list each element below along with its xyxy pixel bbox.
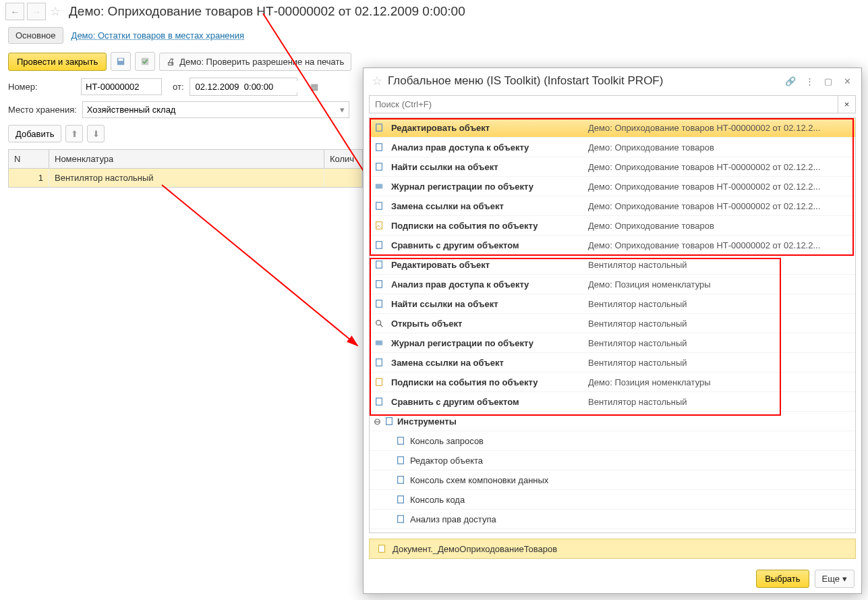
svg-rect-24 [398,476,404,484]
menu-item[interactable]: Редактировать объект Вентилятор настольн… [370,255,855,275]
collapse-icon[interactable]: ⊖ [374,416,381,427]
menu-desc: Вентилятор настольный [588,358,687,368]
col-nomenclature[interactable]: Номенклатура [49,150,324,168]
tab-link-stock[interactable]: Демо: Остатки товаров в местах хранения [71,30,245,40]
menu-label: Сравнить с другим объектом [388,240,584,250]
post-close-button[interactable]: Провести и закрыть [8,53,107,71]
dropdown-icon[interactable]: ▾ [340,105,345,115]
items-table: N Номенклатура Колич 1 Вентилятор настол… [8,149,363,188]
svg-rect-12 [376,261,382,269]
cell-qty [324,169,362,187]
popup-star-icon[interactable]: ☆ [372,74,382,88]
menu-desc: Вентилятор настольный [588,319,687,329]
post-button[interactable] [135,52,155,71]
check-print-label: Демо: Проверить разрешение на печать [179,57,344,67]
svg-rect-22 [398,437,404,445]
menu-label: Найти ссылки на объект [388,299,584,309]
select-button[interactable]: Выбрать [756,570,809,588]
menu-list: Редактировать объект Демо: Оприходование… [369,117,856,533]
menu-item[interactable]: Открыть объект Вентилятор настольный [370,314,855,333]
doc-icon [374,240,384,250]
search-icon [374,318,384,329]
favorite-star-icon[interactable]: ☆ [50,4,61,19]
svg-rect-11 [376,242,382,249]
back-button[interactable]: ← [5,3,24,20]
svg-rect-19 [376,379,382,386]
close-icon[interactable]: ✕ [840,74,855,88]
move-up-button[interactable]: ⬆ [65,125,83,142]
folder-icon [384,416,395,427]
tool-item[interactable]: Консоль схем компоновки данных [370,470,855,490]
doc-icon [395,514,406,524]
menu-item[interactable]: Анализ прав доступа к объекту Демо: Опри… [370,138,855,157]
storage-input[interactable] [82,101,349,118]
tools-group[interactable]: ⊖ Инструменты [370,412,855,431]
calendar-icon[interactable]: ▦ [310,82,318,92]
menu-item[interactable]: Замена ссылки на объект Демо: Оприходова… [370,196,855,216]
menu-desc: Демо: Оприходование товаров [588,142,714,153]
table-row[interactable]: 1 Вентилятор настольный [9,169,362,187]
menu-label: Журнал регистрации по объекту [388,338,584,348]
tool-item[interactable]: Редактор объекта [370,451,855,470]
tool-item[interactable]: Консоль запросов [370,431,855,451]
menu-item[interactable]: Журнал регистрации по объекту Вентилятор… [370,333,855,353]
menu-item[interactable]: Журнал регистрации по объекту Демо: Опри… [370,177,855,196]
svg-rect-13 [376,281,382,288]
col-qty[interactable]: Колич [324,150,362,168]
svg-rect-1 [119,59,123,61]
tool-item[interactable]: Консоль кода [370,490,855,510]
date-input[interactable] [194,81,310,92]
tab-main[interactable]: Основное [8,27,63,44]
move-down-button[interactable]: ⬇ [87,125,105,142]
tool-item[interactable]: Анализ прав доступа [370,510,855,529]
cell-nomenclature: Вентилятор настольный [49,169,324,187]
footer-text: Документ._ДемоОприходованиеТоваров [393,544,557,554]
menu-item[interactable]: Анализ прав доступа к объекту Демо: Пози… [370,275,855,294]
menu-item[interactable]: Сравнить с другим объектом Демо: Оприход… [370,236,855,255]
save-button[interactable] [111,52,131,71]
menu-label: Редактировать объект [388,123,584,133]
date-input-wrap[interactable]: ▦ [190,78,297,96]
doc-icon [374,279,384,290]
add-row-button[interactable]: Добавить [8,125,61,142]
menu-desc: Демо: Оприходование товаров НТ-00000002 … [588,182,820,192]
col-n[interactable]: N [9,150,49,168]
popup-title: Глобальное меню (IS Toolkit) (Infostart … [388,74,779,88]
tool-label: Редактор объекта [410,456,483,466]
number-input[interactable] [81,78,162,95]
svg-rect-20 [376,398,382,406]
menu-label: Замена ссылки на объект [388,201,584,211]
more-button[interactable]: Еще ▾ [815,570,855,588]
clear-search-button[interactable]: × [838,95,856,113]
forward-button[interactable]: → [27,3,46,20]
menu-label: Подписки на события по объекту [388,377,584,387]
doc-icon [374,259,384,270]
footer-info-bar: Документ._ДемоОприходованиеТоваров [369,539,856,559]
doc-icon [374,161,384,172]
menu-item[interactable]: Редактировать объект Демо: Оприходование… [370,118,855,138]
menu-item[interactable]: Замена ссылки на объект Вентилятор насто… [370,353,855,373]
doc-icon [374,122,384,133]
check-print-button[interactable]: 🖨 Демо: Проверить разрешение на печать [159,53,351,71]
more-icon[interactable]: ⋮ [802,74,817,88]
doc-icon [374,200,384,211]
menu-label: Журнал регистрации по объекту [388,182,584,192]
log-icon [374,181,384,192]
menu-label: Найти ссылки на объект [388,162,584,172]
maximize-icon[interactable]: ▢ [821,74,836,88]
link-icon[interactable]: 🔗 [783,74,798,88]
menu-desc: Демо: Позиция номенклатуры [588,279,711,290]
menu-item[interactable]: Найти ссылки на объект Вентилятор настол… [370,294,855,314]
svg-rect-18 [376,359,382,366]
search-input[interactable] [369,95,838,113]
menu-item[interactable]: Найти ссылки на объект Демо: Оприходован… [370,157,855,177]
svg-rect-21 [386,418,393,425]
menu-item[interactable]: Подписки на события по объекту Демо: Опр… [370,216,855,236]
svg-rect-26 [398,516,404,523]
doc-icon [374,396,384,407]
more-label: Еще [822,574,840,584]
menu-item[interactable]: Подписки на события по объекту Демо: Поз… [370,373,855,392]
menu-label: Анализ прав доступа к объекту [388,279,584,290]
menu-item[interactable]: Сравнить с другим объектом Вентилятор на… [370,392,855,412]
menu-desc: Вентилятор настольный [588,338,687,348]
